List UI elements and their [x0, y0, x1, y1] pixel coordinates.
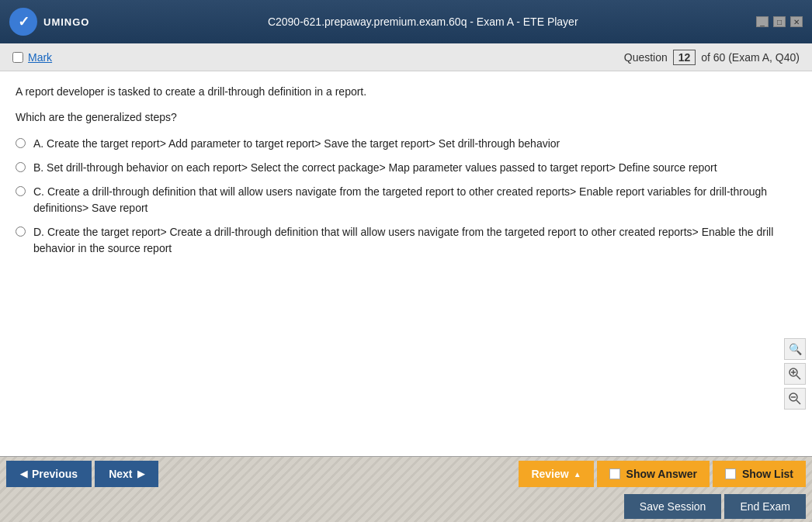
- option-a: A. Create the target report> Add paramet…: [16, 136, 796, 152]
- nav-row: ◀ Previous Next ▶ Review ▲ Show Answer S…: [0, 457, 812, 491]
- prev-arrow-icon: ◀: [20, 468, 27, 479]
- question-text: A report developer is tasked to create a…: [16, 84, 796, 100]
- minimize-button[interactable]: _: [756, 16, 769, 27]
- bottom-bar: ◀ Previous Next ▶ Review ▲ Show Answer S…: [0, 456, 812, 522]
- radio-b[interactable]: [16, 162, 26, 172]
- sub-question-text: Which are the generalized steps?: [16, 111, 796, 123]
- svg-line-5: [796, 400, 800, 404]
- option-c: C. Create a drill-through definition tha…: [16, 184, 796, 216]
- show-answer-checkbox-icon: [609, 468, 620, 479]
- radio-c[interactable]: [16, 186, 26, 196]
- show-list-button[interactable]: Show List: [713, 461, 806, 487]
- zoom-out-icon[interactable]: [784, 388, 806, 410]
- restore-button[interactable]: □: [773, 16, 786, 27]
- logo-icon: ✓: [9, 8, 37, 36]
- option-c-text: C. Create a drill-through definition tha…: [33, 184, 796, 216]
- show-list-checkbox-icon: [725, 468, 736, 479]
- review-button[interactable]: Review ▲: [519, 461, 593, 487]
- end-exam-button[interactable]: End Exam: [724, 494, 806, 519]
- main-content: A report developer is tasked to create a…: [0, 71, 812, 456]
- option-a-text: A. Create the target report> Add paramet…: [33, 136, 796, 152]
- side-icons: 🔍: [784, 338, 806, 410]
- logo-area: ✓ UMINGO: [9, 8, 89, 36]
- radio-a[interactable]: [16, 138, 26, 148]
- window-title: C2090-621.prepaway.premium.exam.60q - Ex…: [268, 16, 578, 28]
- action-row: Save Session End Exam: [0, 491, 812, 522]
- radio-d[interactable]: [16, 226, 26, 237]
- mark-label[interactable]: Mark: [12, 51, 52, 64]
- option-d-text: D. Create the target report> Create a dr…: [33, 224, 796, 257]
- search-icon[interactable]: 🔍: [784, 338, 806, 360]
- mark-checkbox[interactable]: [12, 52, 23, 63]
- close-button[interactable]: ✕: [790, 16, 803, 27]
- save-session-button[interactable]: Save Session: [624, 494, 722, 519]
- option-d: D. Create the target report> Create a dr…: [16, 224, 796, 257]
- show-answer-button[interactable]: Show Answer: [597, 461, 710, 487]
- title-bar: ✓ UMINGO C2090-621.prepaway.premium.exam…: [0, 0, 812, 43]
- answer-options: A. Create the target report> Add paramet…: [16, 136, 796, 257]
- question-number: 12: [673, 50, 696, 65]
- review-arrow-icon: ▲: [574, 470, 581, 479]
- next-button[interactable]: Next ▶: [95, 461, 158, 487]
- svg-line-1: [796, 375, 800, 379]
- logo-text: UMINGO: [43, 16, 89, 28]
- next-arrow-icon: ▶: [137, 468, 144, 479]
- option-b-text: B. Set drill-through behavior on each re…: [33, 160, 796, 176]
- previous-button[interactable]: ◀ Previous: [6, 461, 92, 487]
- zoom-in-icon[interactable]: [784, 363, 806, 385]
- question-info: Question 12 of 60 (Exam A, Q40): [624, 50, 800, 65]
- window-controls: _ □ ✕: [756, 16, 803, 27]
- option-b: B. Set drill-through behavior on each re…: [16, 160, 796, 176]
- question-header: Mark Question 12 of 60 (Exam A, Q40): [0, 43, 812, 71]
